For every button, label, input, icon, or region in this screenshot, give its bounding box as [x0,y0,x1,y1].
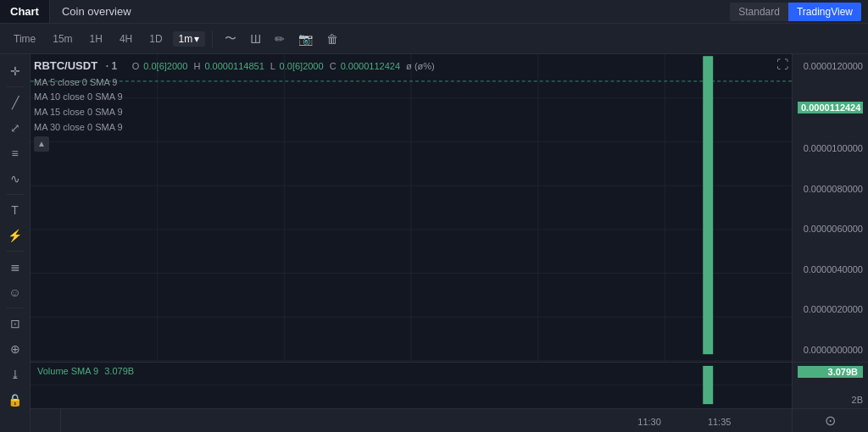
toolbar: Time 15m 1H 4H 1D 1m ▾ 〜 Ш ✏ 📷 🗑 [0,24,868,54]
chart-tab[interactable]: Chart [0,0,50,23]
y-price-6: 0.0000112424 [798,102,863,114]
tool-sep-4 [7,307,24,308]
y-price-4: 0.0000080000 [798,184,863,194]
time-label-1130: 11:30 [637,417,661,427]
ma10-legend: MA 10 close 0 SMA 9 [34,90,435,105]
chart-tab-label: Chart [10,5,39,18]
chart-area: RBTC/USDT · 1 O 0.0[6]2000 H 0.000011485… [31,54,792,408]
y-price-3: 0.0000060000 [798,224,863,234]
crosshair-tool[interactable]: ✛ [3,59,27,83]
timezone-icon[interactable]: ⊙ [825,413,836,429]
y-price-2: 0.0000040000 [798,264,863,274]
ma5-legend: MA 5 close 0 SMA 9 [34,75,435,91]
y-price-7: 0.0000120000 [798,61,863,71]
standard-button[interactable]: Standard [730,3,788,21]
lock-tool[interactable]: 🔒 [3,388,27,412]
tool-sep-2 [7,194,24,195]
volume-svg [31,363,792,408]
y-price-0: 0.0000000000 [798,345,863,355]
tool-sep-1 [7,86,24,87]
text-tool[interactable]: T [3,198,27,222]
chart-legend: RBTC/USDT · 1 O 0.0[6]2000 H 0.000011485… [34,58,435,152]
ma15-legend: MA 15 close 0 SMA 9 [34,105,435,120]
y-axis: 0.0000120000 0.0000112424 0.0000100000 0… [792,54,868,408]
volume-area: Volume SMA 9 3.079B [31,362,792,408]
wave-tool[interactable]: ∿ [3,167,27,191]
trash-icon[interactable]: 🗑 [321,30,343,48]
volume-top-label: 3.079B [798,366,863,378]
y-price-5: 0.0000100000 [798,143,863,153]
top-bar-right: Standard TradingView [730,3,868,21]
interval-4h[interactable]: 4H [113,30,139,47]
collapse-legend-btn[interactable]: ▲ [34,136,49,152]
interval-15m[interactable]: 15m [46,30,79,47]
y-price-1: 0.0000020000 [798,304,863,314]
ruler-tool[interactable]: ≣ [3,255,27,279]
main-layout: ✛ ╱ ⤢ ≡ ∿ T ⚡ ≣ ☺ ⊡ ⊕ ⤓ 🔒 RBTC/USDT [0,54,868,432]
volume-bottom-label: 2B [798,395,863,405]
camera-icon[interactable]: 📷 [293,30,318,48]
eraser-tool[interactable]: ⊡ [3,312,27,335]
svg-rect-13 [703,56,713,354]
toolbar-sep-1 [212,30,213,47]
svg-rect-15 [703,366,713,404]
bar-chart-icon[interactable]: Ш [245,30,266,48]
coin-overview-label: Coin overview [62,5,131,18]
tradingview-button[interactable]: TradingView [788,3,861,21]
line-chart-icon[interactable]: 〜 [220,29,242,49]
time-labels: 11:30 11:35 [92,409,792,432]
time-button[interactable]: Time [7,30,42,47]
bottom-axis: 11:30 11:35 ⊙ [31,408,868,432]
tool-sep-3 [7,251,24,252]
left-sidebar: ✛ ╱ ⤢ ≡ ∿ T ⚡ ≣ ☺ ⊡ ⊕ ⤓ 🔒 [0,54,31,432]
top-bar: Chart Coin overview Standard TradingView [0,0,868,24]
ray-tool[interactable]: ⤢ [3,116,27,140]
interval-1d[interactable]: 1D [142,30,169,47]
expand-icon[interactable]: ⛶ [776,58,788,71]
interval-active-btn[interactable]: 1m ▾ [173,31,206,47]
coin-overview-tab[interactable]: Coin overview [50,5,143,18]
add-indicator-tool[interactable]: ⊕ [3,337,27,361]
fibline-tool[interactable]: ≡ [3,141,27,165]
settings-tool[interactable]: ⤓ [3,363,27,386]
y-axis-volume: 3.079B 2B [793,362,868,408]
pair-label: RBTC/USDT · 1 [34,59,125,72]
current-price-label: 0.0000112424 [798,102,863,114]
volume-legend: Volume SMA 9 3.079B [34,366,134,376]
line-tool[interactable]: ╱ [3,91,27,114]
time-label-1135: 11:35 [708,417,732,427]
draw-icon[interactable]: ✏ [270,30,290,48]
emoji-tool[interactable]: ☺ [3,280,27,304]
pattern-tool[interactable]: ⚡ [3,224,27,247]
interval-1h[interactable]: 1H [83,30,109,47]
y-axis-main: 0.0000120000 0.0000112424 0.0000100000 0… [793,54,868,362]
ma30-legend: MA 30 close 0 SMA 9 [34,120,435,136]
